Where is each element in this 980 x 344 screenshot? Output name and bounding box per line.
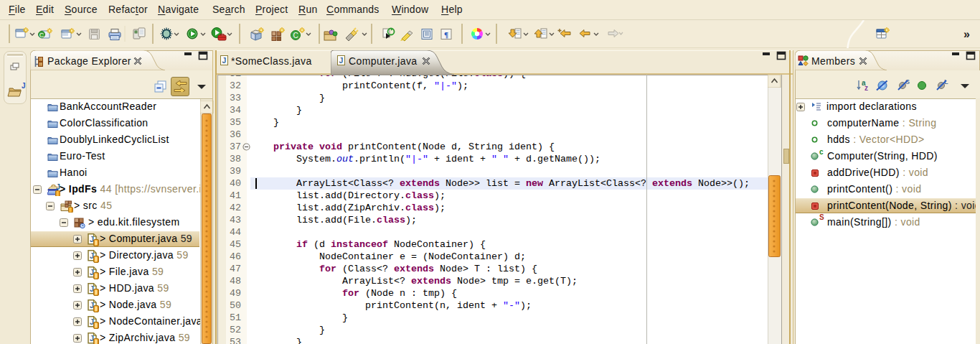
svg-text:z: z [864,84,868,92]
